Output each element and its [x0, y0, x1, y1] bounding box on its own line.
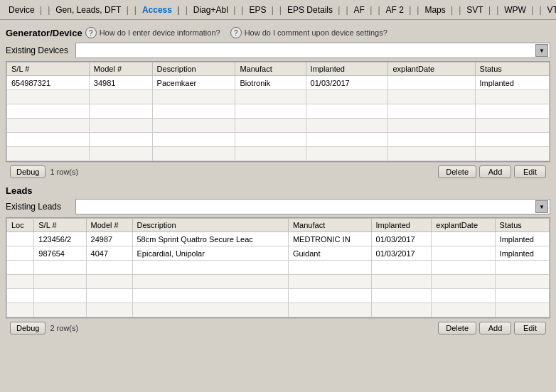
existing-devices-row: Existing Devices ▼ — [6, 43, 550, 58]
lead-row1-status: Implanted — [495, 232, 549, 246]
lead-row2-sl: 987654 — [34, 246, 86, 261]
gen-col-sl: S/L # — [7, 62, 90, 76]
dropdown-arrow-leads[interactable]: ▼ — [535, 200, 548, 213]
table-row[interactable]: 123456/2 24987 58cm Sprint Quattro Secur… — [7, 232, 550, 246]
leads-debug-button[interactable]: Debug — [10, 322, 46, 334]
lead-row2-manufact: Guidant — [288, 246, 371, 261]
leads-title: Leads — [6, 185, 550, 196]
lead-row1-implanted: 01/03/2017 — [371, 232, 432, 246]
leads-col-description: Description — [132, 219, 288, 232]
lead-row2-model: 4047 — [86, 246, 132, 261]
leads-delete-button[interactable]: Delete — [438, 322, 476, 334]
tab-svt[interactable]: SVT — [461, 2, 496, 18]
help-text-1: How do I enter device information? — [100, 28, 220, 37]
gen-col-description: Description — [152, 62, 235, 76]
help-icon-1[interactable]: ? — [85, 27, 97, 38]
existing-leads-label: Existing Leads — [6, 202, 70, 212]
leads-col-status: Status — [495, 219, 549, 232]
generator-title: Generator/Device — [6, 28, 82, 38]
leads-bottom-bar: Debug 2 row(s) Delete Add Edit — [6, 318, 550, 337]
generator-bottom-bar: Debug 1 row(s) Delete Add Edit — [6, 162, 550, 181]
table-row — [7, 275, 550, 289]
leads-row-count: 2 row(s) — [50, 324, 78, 332]
gen-col-explant: explantDate — [388, 62, 475, 76]
gen-row1-desc: Pacemkaer — [152, 76, 235, 90]
gen-row1-explant — [388, 76, 475, 90]
generator-table-wrapper: S/L # Model # Description Manufact Impla… — [6, 61, 550, 162]
leads-table-wrapper: Loc S/L # Model # Description Manufact I… — [6, 217, 550, 318]
lead-row1-sl: 123456/2 — [34, 232, 86, 246]
tab-eps-details[interactable]: EPS Details — [282, 2, 346, 18]
table-row — [7, 104, 550, 119]
lead-row2-loc — [7, 246, 34, 261]
existing-devices-dropdown[interactable]: ▼ — [75, 43, 550, 58]
leads-table: Loc S/L # Model # Description Manufact I… — [6, 218, 550, 317]
gen-col-implanted: Implanted — [306, 62, 388, 76]
lead-row1-explant — [432, 232, 495, 246]
gen-row1-sl: 654987321 — [7, 76, 90, 90]
leads-add-button[interactable]: Add — [479, 322, 511, 334]
leads-col-manufact: Manufact — [288, 219, 371, 232]
table-row — [7, 133, 550, 147]
tab-device[interactable]: Device — [3, 2, 48, 18]
tab-af[interactable]: AF — [348, 2, 378, 18]
main-content: Generator/Device ? How do I enter device… — [0, 20, 556, 342]
tab-eps[interactable]: EPS — [243, 2, 279, 18]
table-row — [7, 303, 550, 317]
gen-row1-model: 34981 — [89, 76, 152, 90]
tab-diag-abl[interactable]: Diag+Abl — [188, 2, 241, 18]
dropdown-arrow-devices[interactable]: ▼ — [535, 44, 548, 57]
lead-row2-desc: Epicardial, Unipolar — [132, 246, 288, 261]
generator-section-header: Generator/Device ? How do I enter device… — [6, 27, 550, 38]
existing-leads-dropdown[interactable]: ▼ — [75, 199, 550, 214]
generator-row-count: 1 row(s) — [50, 168, 78, 176]
leads-col-implanted: Implanted — [371, 219, 432, 232]
lead-row2-status: Implanted — [495, 246, 549, 261]
gen-col-status: Status — [475, 62, 549, 76]
help-text-2: How do I comment upon device settings? — [245, 28, 387, 37]
tab-vt[interactable]: VT — [542, 2, 557, 18]
top-nav: Device | Gen, Leads, DFT | Access | Diag… — [0, 0, 556, 20]
leads-section: Leads Existing Leads ▼ Loc S/L # Model #… — [6, 185, 550, 337]
table-row — [7, 90, 550, 104]
leads-col-model: Model # — [86, 219, 132, 232]
tab-wpw[interactable]: WPW — [498, 2, 539, 18]
tab-access[interactable]: Access — [137, 2, 186, 18]
gen-col-model: Model # — [89, 62, 152, 76]
table-row — [7, 261, 550, 275]
tab-gen-leads-dft[interactable]: Gen, Leads, DFT — [50, 2, 134, 18]
tab-maps[interactable]: Maps — [419, 2, 459, 18]
lead-row1-loc — [7, 232, 34, 246]
generator-edit-button[interactable]: Edit — [514, 165, 546, 178]
gen-row1-implanted: 01/03/2017 — [306, 76, 388, 90]
leads-col-loc: Loc — [7, 219, 34, 232]
existing-leads-row: Existing Leads ▼ — [6, 199, 550, 214]
generator-delete-button[interactable]: Delete — [438, 165, 476, 178]
table-row — [7, 147, 550, 161]
leads-col-explant: explantDate — [432, 219, 495, 232]
gen-col-manufact: Manufact — [235, 62, 306, 76]
gen-row1-manufact: Biotronik — [235, 76, 306, 90]
help-icon-2[interactable]: ? — [230, 27, 242, 38]
generator-add-button[interactable]: Add — [479, 165, 511, 178]
tab-af2[interactable]: AF 2 — [380, 2, 417, 18]
generator-table: S/L # Model # Description Manufact Impla… — [6, 62, 550, 161]
lead-row1-desc: 58cm Sprint Quattro Secure Leac — [132, 232, 288, 246]
lead-row1-manufact: MEDTRONIC IN — [288, 232, 371, 246]
generator-debug-button[interactable]: Debug — [10, 165, 46, 178]
table-row — [7, 289, 550, 303]
table-row — [7, 119, 550, 133]
leads-edit-button[interactable]: Edit — [514, 322, 546, 334]
lead-row2-explant — [432, 246, 495, 261]
gen-row1-status: Implanted — [475, 76, 549, 90]
table-row[interactable]: 987654 4047 Epicardial, Unipolar Guidant… — [7, 246, 550, 261]
lead-row2-implanted: 01/03/2017 — [371, 246, 432, 261]
table-row[interactable]: 654987321 34981 Pacemkaer Biotronik 01/0… — [7, 76, 550, 90]
leads-col-sl: S/L # — [34, 219, 86, 232]
existing-devices-label: Existing Devices — [6, 45, 70, 55]
lead-row1-model: 24987 — [86, 232, 132, 246]
